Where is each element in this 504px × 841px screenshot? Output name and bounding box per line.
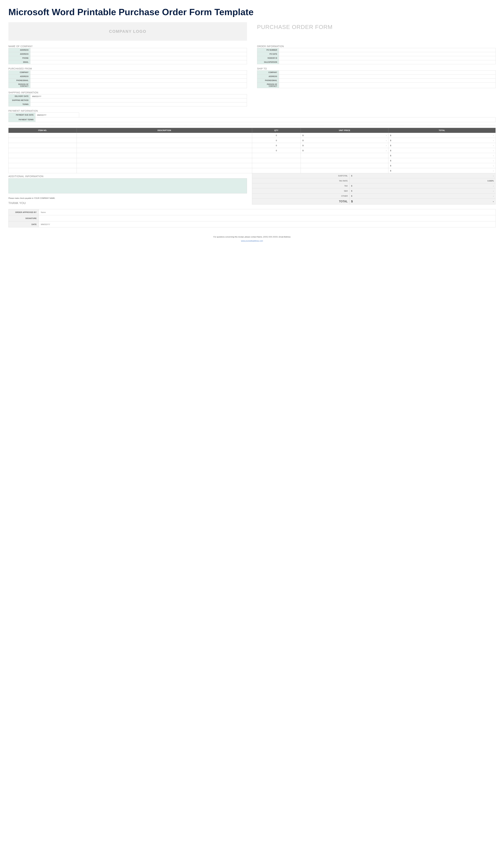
order-info-value (279, 56, 496, 60)
ship-to-label: COMPANY (257, 70, 279, 74)
totals-row: S&H$- (252, 188, 496, 193)
item-row: $- (8, 168, 496, 173)
totals-grand-value: $- (349, 199, 496, 205)
item-total-cell: $- (389, 163, 496, 168)
approval-table: ORDER APPROVED BYNameSIGNATUREDATEMM/DD/… (8, 209, 496, 227)
item-no-cell (8, 143, 77, 148)
order-info-row: PO DATE (257, 52, 496, 56)
shipping-table: DELIVERY DATEMM/DD/YYSHIPPING METHODTERM… (8, 94, 247, 106)
approval-row: ORDER APPROVED BYName (8, 209, 496, 215)
totals-label: S&H (252, 188, 349, 193)
ship-to-label: PHONE/EMAIL (257, 79, 279, 83)
approval-value: Name (39, 209, 496, 215)
company-label: PHONE (8, 56, 31, 60)
totals-label: TAX RATE (252, 178, 349, 183)
item-total-cell: $- (389, 153, 496, 158)
approval-label: ORDER APPROVED BY (8, 209, 39, 215)
company-row: ADDRESS (8, 52, 247, 56)
item-description-cell (77, 133, 252, 138)
item-row: 0$-$- (8, 148, 496, 153)
company-value (31, 60, 247, 64)
totals-grand-label: TOTAL (252, 199, 349, 205)
item-total-cell: $- (389, 133, 496, 138)
purchased-from-section-label: PURCHASED FROM (8, 67, 247, 70)
item-qty-cell: 0 (252, 133, 301, 138)
ship-to-value (279, 74, 496, 79)
payment-terms-value (35, 117, 496, 122)
shipping-label: TERMS (8, 102, 31, 106)
company-label: ADDRESS (8, 48, 31, 52)
purchased-from-table: COMPANYADDRESSPHONE/EMAILPERSON OF CONTA… (8, 70, 247, 88)
item-total-cell: $- (389, 143, 496, 148)
item-qty-cell: 0 (252, 143, 301, 148)
company-logo-placeholder: COMPANY LOGO (8, 22, 247, 41)
purchased-from-value (31, 74, 247, 79)
totals-row: TAX RATE0.000% (252, 178, 496, 183)
page-title: Microsoft Word Printable Purchase Order … (8, 7, 496, 17)
totals-value: $- (349, 188, 496, 193)
items-header-total: TOTAL (389, 128, 496, 133)
item-row: $- (8, 158, 496, 163)
company-value (31, 56, 247, 60)
order-info-value (279, 52, 496, 56)
purchased-from-row: ADDRESS (8, 74, 247, 79)
item-no-cell (8, 138, 77, 143)
company-row: PHONE (8, 56, 247, 60)
item-no-cell (8, 148, 77, 153)
order-info-label: SALESPERSON (257, 60, 279, 64)
company-label: EMAIL (8, 60, 31, 64)
ship-to-row: PERSON OF CONTACT (257, 83, 496, 88)
purchased-from-value (31, 70, 247, 74)
item-qty-cell (252, 158, 301, 163)
items-header-qty: QTY (252, 128, 301, 133)
payment-due-date-value: MM/DD/YY (35, 113, 79, 117)
approval-value: MM/DD/YY (39, 221, 496, 227)
totals-value: $- (349, 173, 496, 178)
totals-label: TAX (252, 183, 349, 188)
shipping-label: DELIVERY DATE (8, 95, 31, 98)
purchased-from-label: PHONE/EMAIL (8, 79, 31, 83)
shipping-value (31, 98, 247, 102)
purchased-from-label: PERSON OF CONTACT (8, 83, 31, 88)
additional-info-box (8, 178, 247, 193)
item-row: 0$-$- (8, 133, 496, 138)
items-header-unit-price: UNIT PRICE (301, 128, 389, 133)
totals-row: OTHER$- (252, 193, 496, 199)
shipping-value (31, 102, 247, 106)
approval-label: DATE (8, 221, 39, 227)
payment-table: PAYMENT DUE DATE MM/DD/YY PAYMENT TERMS (8, 113, 496, 122)
order-info-row: PO NUMBER (257, 48, 496, 52)
item-no-cell (8, 168, 77, 173)
purchased-from-row: COMPANY (8, 70, 247, 74)
item-unit-price-cell (301, 153, 389, 158)
item-description-cell (77, 138, 252, 143)
footer-contact: For questions concerning this receipt, p… (8, 236, 496, 238)
item-total-cell: $- (389, 168, 496, 173)
item-qty-cell: 0 (252, 148, 301, 153)
order-info-value (279, 60, 496, 64)
company-row: EMAIL (8, 60, 247, 64)
item-no-cell (8, 153, 77, 158)
order-info-label: VENDOR ID (257, 56, 279, 60)
item-row: $- (8, 153, 496, 158)
company-table: ADDRESSADDRESSPHONEEMAIL (8, 48, 247, 64)
approval-row: DATEMM/DD/YY (8, 221, 496, 227)
item-total-cell: $- (389, 158, 496, 163)
item-row: 0$-$- (8, 138, 496, 143)
items-header-description: DESCRIPTION (77, 128, 252, 133)
item-qty-cell (252, 168, 301, 173)
additional-info-label: ADDITIONAL INFORMATION (8, 175, 247, 178)
form-title: PURCHASE ORDER FORM (257, 22, 496, 41)
shipping-row: SHIPPING METHOD (8, 98, 247, 102)
item-row: 0$-$- (8, 143, 496, 148)
item-qty-cell (252, 153, 301, 158)
totals-value: $- (349, 183, 496, 188)
order-info-table: PO NUMBERPO DATEVENDOR IDSALESPERSON (257, 48, 496, 64)
items-table: ITEM NO. DESCRIPTION QTY UNIT PRICE TOTA… (8, 128, 496, 173)
footer-link[interactable]: www.yourwebaddress.com (8, 240, 496, 242)
item-unit-price-cell: $- (301, 133, 389, 138)
order-info-section-label: ORDER INFORMATION (257, 45, 496, 48)
item-description-cell (77, 148, 252, 153)
totals-table: SUBTOTAL$-TAX RATE0.000%TAX$-S&H$-OTHER$… (252, 173, 496, 205)
ship-to-label: PERSON OF CONTACT (257, 83, 279, 88)
